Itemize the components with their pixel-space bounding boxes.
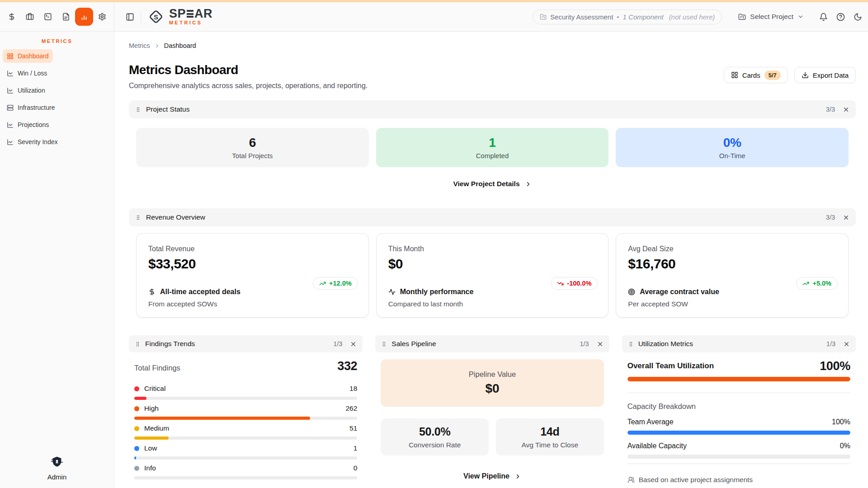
terminal-app-icon[interactable] — [44, 13, 52, 21]
metric-subtext: From accepted SOWs — [148, 300, 217, 308]
users-icon — [627, 476, 635, 483]
metric-value: $33,520 — [148, 256, 357, 272]
sidebar-item-label: Utilization — [18, 87, 45, 94]
finding-row-info: Info 0 — [134, 464, 357, 479]
breadcrumb-parent[interactable]: Metrics — [129, 42, 150, 50]
severity-dot — [134, 406, 139, 411]
drag-handle-icon[interactable] — [135, 341, 141, 347]
progress-track — [134, 436, 357, 440]
findings-trends-panel: Findings Trends 1/3 Total Findings 332 — [129, 335, 363, 484]
sidebar-item-dashboard[interactable]: Dashboard — [3, 49, 53, 63]
document-app-icon[interactable] — [62, 13, 70, 21]
metric-subtext: Compared to last month — [388, 300, 463, 308]
folder-icon — [540, 14, 547, 20]
admin-avatar[interactable] — [50, 455, 64, 469]
this-month-card: This Month $0 -100.0% Monthly performanc… — [376, 233, 609, 318]
close-icon[interactable] — [350, 341, 357, 347]
utilization-metrics-panel: Utilization Metrics 1/3 Overall Team Uti… — [622, 335, 856, 484]
close-icon[interactable] — [597, 341, 604, 347]
section-count: 1/3 — [580, 340, 589, 347]
progress-track — [134, 397, 357, 400]
close-icon[interactable] — [843, 341, 850, 347]
export-button-label: Export Data — [813, 71, 849, 79]
settings-app-icon[interactable] — [98, 13, 106, 21]
metrics-app-icon-active[interactable] — [75, 8, 93, 26]
stat-value: 6 — [249, 136, 256, 150]
layout-grid-icon — [7, 53, 14, 60]
avg-deal-size-card: Avg Deal Size $16,760 +5.0% Average cont… — [616, 233, 849, 318]
breadcrumb-current: Dashboard — [164, 42, 196, 50]
trend-value: +5.0% — [812, 280, 831, 287]
drag-handle-icon[interactable] — [381, 341, 387, 347]
close-icon[interactable] — [843, 214, 849, 221]
severity-count: 1 — [354, 444, 358, 452]
divider — [627, 464, 850, 464]
sidebar-item-infrastructure[interactable]: Infrastructure — [3, 101, 59, 114]
spear-logo-icon: S — [147, 8, 165, 25]
sidebar-item-win-loss[interactable]: Win / Loss — [3, 66, 51, 80]
drag-handle-icon[interactable] — [135, 107, 141, 113]
metric-description-text: All-time accepted deals — [160, 288, 241, 296]
sidebar-toggle-icon[interactable] — [126, 13, 134, 21]
metric-subtext: Per accepted SOW — [628, 300, 688, 308]
brand-logo: S SPAR METRICS — [147, 8, 212, 25]
sidebar: METRICS Dashboard Win / Loss Utilization… — [0, 2, 114, 488]
section-title: Revenue Overview — [146, 213, 205, 221]
chevron-down-icon — [797, 14, 804, 20]
section-count: 1/3 — [333, 340, 342, 347]
dollar-app-icon[interactable] — [8, 13, 16, 21]
metric-description-text: Monthly performance — [400, 288, 474, 296]
avg-time-card: 14d Avg Time to Close — [496, 418, 604, 455]
folder-icon — [738, 13, 746, 21]
export-data-button[interactable]: Export Data — [794, 67, 856, 83]
view-project-details-link[interactable]: View Project Details — [129, 179, 856, 188]
metric-description: All-time accepted deals — [148, 288, 241, 296]
severity-dot — [134, 386, 139, 391]
navbar-actions — [815, 9, 866, 25]
pipeline-value: $0 — [485, 381, 499, 396]
available-capacity-row: Available Capacity 0% — [627, 441, 850, 450]
context-badge[interactable]: Security Assessment • 1 Component (not u… — [533, 9, 722, 24]
overall-utilization-value: 100% — [820, 360, 850, 372]
metric-label: Avg Deal Size — [628, 245, 836, 253]
help-button[interactable] — [832, 9, 849, 25]
close-icon[interactable] — [843, 106, 849, 113]
theme-toggle-button[interactable] — [849, 9, 866, 25]
briefcase-app-icon[interactable] — [26, 13, 34, 21]
project-status-header: Project Status 3/3 — [129, 100, 856, 118]
progress-track — [134, 476, 357, 479]
drag-handle-icon[interactable] — [628, 341, 634, 347]
metric-label: This Month — [388, 245, 597, 253]
trending-up-icon — [319, 280, 326, 287]
progress-fill — [134, 397, 146, 400]
view-pipeline-link[interactable]: View Pipeline — [381, 472, 604, 481]
activity-icon — [388, 288, 396, 296]
stat-label: Conversion Rate — [409, 441, 461, 449]
notifications-button[interactable] — [815, 9, 832, 25]
capacity-value: 100% — [832, 418, 850, 427]
sidebar-item-severity-index[interactable]: Severity Index — [3, 135, 62, 149]
trend-badge: +5.0% — [796, 277, 838, 290]
sidebar-item-utilization[interactable]: Utilization — [3, 84, 49, 97]
trend-badge: -100.0% — [551, 277, 598, 290]
sidebar-user-name[interactable]: Admin — [47, 473, 67, 481]
progress-fill — [134, 436, 169, 440]
project-selector[interactable]: Select Project — [738, 13, 804, 21]
overall-utilization-label: Overall Team Utilization — [627, 361, 714, 371]
capacity-label: Available Capacity — [627, 441, 687, 450]
progress-fill — [134, 456, 136, 460]
sidebar-item-projections[interactable]: Projections — [3, 118, 53, 131]
team-average-row: Team Average 100% — [627, 418, 850, 427]
divider — [141, 11, 141, 23]
main-content: Metrics Dashboard Metrics Dashboard Comp… — [114, 32, 868, 488]
chart-line-icon — [7, 87, 14, 94]
severity-label: Low — [144, 444, 157, 452]
drag-handle-icon[interactable] — [135, 215, 141, 221]
utilization-metrics-header: Utilization Metrics 1/3 — [622, 335, 856, 352]
cards-button[interactable]: Cards 5/7 — [724, 67, 788, 83]
trend-value: -100.0% — [567, 280, 591, 287]
stylized-e — [187, 10, 193, 18]
revenue-overview-section: Revenue Overview 3/3 Total Revenue $33,5… — [129, 208, 856, 318]
severity-label: Info — [144, 464, 156, 472]
cards-count-badge: 5/7 — [764, 70, 781, 80]
